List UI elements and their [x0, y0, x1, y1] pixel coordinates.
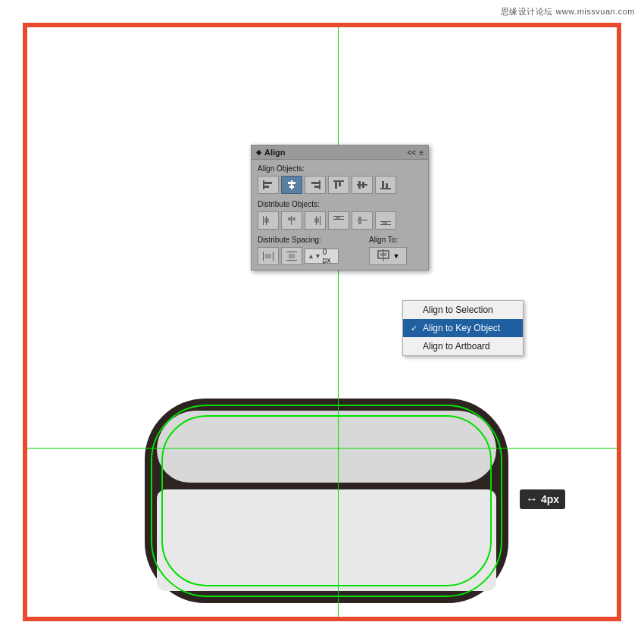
svg-rect-13 — [358, 181, 361, 189]
distribute-objects-label: Distribute Objects: — [258, 200, 422, 208]
dist-top-btn[interactable] — [328, 211, 349, 230]
dropdown-item-key-object-label: Align to Key Object — [423, 323, 500, 333]
align-to-dropdown-menu: Align to Selection ✓ Align to Key Object… — [402, 300, 524, 356]
svg-rect-22 — [288, 217, 291, 220]
svg-rect-37 — [273, 252, 274, 261]
align-objects-buttons — [258, 176, 422, 194]
panel-title-icon: ◆ — [256, 148, 261, 156]
align-to-section: Align To: ▼ — [369, 236, 422, 265]
panel-controls[interactable]: << ≡ — [407, 148, 424, 157]
svg-rect-1 — [264, 182, 272, 184]
panel-title: ◆ Align — [256, 148, 286, 157]
svg-rect-20 — [264, 218, 269, 223]
align-left-btn[interactable] — [258, 176, 279, 194]
svg-rect-39 — [286, 252, 297, 252]
align-bottom-btn[interactable] — [375, 176, 396, 194]
pill-inner-bottom — [157, 489, 496, 591]
dropdown-item-selection-label: Align to Selection — [423, 305, 493, 315]
svg-rect-9 — [333, 180, 344, 182]
align-to-label: Align To: — [369, 236, 422, 244]
svg-rect-16 — [382, 181, 384, 188]
svg-rect-27 — [333, 216, 344, 217]
svg-rect-2 — [264, 186, 269, 188]
svg-rect-11 — [339, 182, 341, 186]
dist-spacing-v-btn[interactable] — [281, 247, 302, 265]
dropdown-item-artboard[interactable]: Align to Artboard — [403, 337, 523, 355]
dist-left-btn[interactable] — [258, 211, 279, 230]
align-to-icon — [377, 249, 392, 264]
align-panel: ◆ Align << ≡ Align Objects: — [251, 145, 429, 270]
svg-rect-14 — [362, 182, 364, 188]
dist-center-h-btn[interactable] — [281, 211, 302, 230]
pill-outer — [145, 399, 508, 603]
svg-rect-36 — [263, 252, 264, 261]
svg-rect-17 — [386, 183, 388, 188]
svg-rect-4 — [288, 182, 295, 184]
svg-rect-15 — [380, 188, 391, 189]
svg-rect-3 — [291, 180, 292, 189]
panel-body: Align Objects: — [252, 160, 428, 270]
tooltip-value: 4px — [541, 493, 559, 505]
dist-center-v-btn[interactable] — [352, 211, 373, 230]
svg-rect-10 — [335, 182, 337, 189]
check-key-object: ✓ — [411, 324, 420, 333]
panel-title-text: Align — [264, 148, 286, 157]
svg-rect-33 — [380, 224, 391, 225]
align-top-btn[interactable] — [328, 176, 349, 194]
pill-shape-container: ↔ 4px — [145, 399, 508, 603]
dropdown-item-artboard-label: Align to Artboard — [423, 341, 490, 352]
align-right-btn[interactable] — [305, 176, 326, 194]
dist-bottom-btn[interactable] — [375, 211, 396, 230]
svg-rect-30 — [357, 220, 367, 220]
svg-rect-6 — [319, 180, 320, 189]
svg-rect-29 — [336, 217, 340, 219]
svg-rect-34 — [380, 221, 391, 222]
align-middle-v-btn[interactable] — [352, 176, 373, 194]
distribute-spacing-label: Distribute Spacing: — [258, 236, 369, 244]
panel-collapse-btn[interactable]: << — [407, 148, 416, 157]
watermark: 思缘设计论坛 www.missvuan.com — [501, 6, 635, 17]
svg-rect-0 — [263, 180, 264, 189]
dropdown-item-selection[interactable]: Align to Selection — [403, 301, 523, 319]
tooltip-4px: ↔ 4px — [520, 489, 565, 509]
svg-rect-26 — [314, 218, 319, 223]
svg-rect-31 — [358, 217, 361, 220]
distribute-spacing-section: Distribute Spacing: — [258, 236, 369, 265]
svg-rect-28 — [333, 219, 344, 220]
spacing-input-row: ▲▼ 0 px — [258, 247, 369, 265]
svg-rect-5 — [289, 186, 294, 188]
canvas-area: ↔ 4px ◆ Align << ≡ Align Objects: — [23, 23, 621, 621]
spacing-value: 0 px — [323, 248, 336, 264]
svg-rect-38 — [265, 254, 271, 258]
align-objects-label: Align Objects: — [258, 164, 422, 173]
align-center-h-btn[interactable] — [281, 176, 302, 194]
svg-rect-8 — [314, 186, 319, 188]
svg-rect-23 — [292, 217, 295, 220]
panel-menu-btn[interactable]: ≡ — [419, 148, 424, 157]
svg-rect-35 — [383, 222, 387, 224]
svg-rect-18 — [263, 216, 264, 225]
dist-spacing-h-btn[interactable] — [258, 247, 279, 265]
distribute-objects-buttons — [258, 211, 422, 230]
pill-inner-top — [157, 411, 496, 483]
svg-rect-7 — [311, 182, 319, 184]
dropdown-item-key-object[interactable]: ✓ Align to Key Object — [403, 319, 523, 337]
tooltip-arrow-icon: ↔ — [526, 492, 538, 506]
svg-rect-32 — [358, 221, 361, 224]
panel-titlebar: ◆ Align << ≡ — [252, 145, 428, 160]
bottom-row: Distribute Spacing: — [258, 236, 422, 265]
svg-rect-41 — [289, 254, 295, 258]
spacing-input[interactable]: ▲▼ 0 px — [305, 249, 339, 264]
svg-rect-21 — [291, 216, 292, 225]
dist-right-btn[interactable] — [305, 211, 326, 230]
svg-rect-40 — [286, 260, 297, 261]
svg-rect-24 — [320, 216, 320, 225]
align-to-dropdown-btn[interactable]: ▼ — [369, 247, 407, 265]
